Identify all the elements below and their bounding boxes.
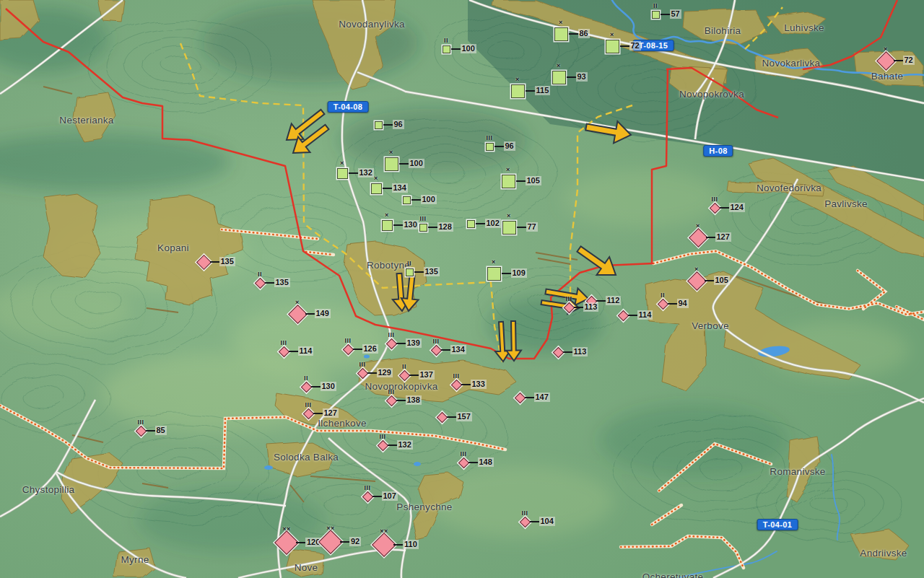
marker-leader-line: [468, 462, 478, 463]
marker-leader-line: [530, 521, 539, 522]
marker-leader-line: [411, 199, 421, 201]
echelon-mark: ×: [385, 212, 389, 219]
enemy-unit-icon: [274, 530, 299, 555]
marker-leader-line: [311, 386, 321, 387]
marker-leader-line: [661, 14, 670, 15]
marker-leader-line: [894, 60, 903, 61]
map-canvas[interactable]: NovodanylivkaBilohiriaLuhivskeNovokarliv…: [0, 0, 924, 578]
marker-leader-line: [409, 375, 419, 376]
friendly-unit-icon: [511, 84, 525, 98]
friendly-unit-icon: [502, 175, 515, 188]
echelon-mark: III: [521, 510, 528, 517]
marker-leader-line: [574, 307, 583, 308]
enemy-unit-icon: [519, 516, 531, 527]
unit-number-label: 57: [670, 9, 681, 19]
enemy-unit-icon: [430, 344, 442, 356]
enemy-unit-icon: [135, 425, 147, 437]
enemy-unit-icon: [436, 411, 448, 423]
enemy-unit-icon: [300, 381, 312, 393]
echelon-mark: III: [453, 373, 459, 380]
unit-number-label: 100: [421, 195, 437, 204]
unit-number-label: 102: [485, 219, 501, 228]
unit-number-label: 130: [403, 220, 419, 229]
enemy-unit-icon: [385, 338, 397, 349]
unit-number-label: 113: [583, 302, 599, 312]
marker-leader-line: [451, 48, 461, 50]
friendly-unit-icon: [554, 27, 568, 41]
unit-number-label: 132: [358, 168, 374, 178]
unit-number-label: 138: [406, 395, 422, 405]
marker-leader-line: [372, 496, 382, 497]
marker-leader-line: [210, 261, 219, 263]
unit-number-label: 105: [526, 176, 541, 185]
unit-number-label: 126: [362, 344, 378, 354]
friendly-unit-icon: [371, 183, 382, 194]
echelon-mark: III: [460, 451, 466, 457]
friendly-unit-icon: [443, 45, 450, 53]
unit-number-label: 113: [572, 347, 588, 356]
marker-leader-line: [517, 227, 526, 228]
echelon-mark: ×: [694, 266, 699, 273]
enemy-unit-icon: [689, 228, 708, 248]
enemy-unit-icon: [342, 343, 354, 355]
echelon-mark: ××: [326, 525, 335, 532]
marker-leader-line: [414, 271, 424, 273]
marker-leader-line: [353, 349, 362, 350]
unit-number-label: 132: [397, 440, 413, 450]
enemy-unit-icon: [514, 392, 526, 403]
unit-number-label: 72: [629, 41, 641, 51]
marker-leader-line: [367, 372, 377, 374]
enemy-unit-icon: [377, 439, 388, 451]
echelon-mark: ×: [506, 167, 510, 173]
friendly-unit-icon: [502, 221, 516, 235]
marker-leader-line: [476, 223, 485, 224]
unit-number-label: 105: [714, 276, 730, 285]
unit-number-label: 139: [406, 338, 422, 348]
echelon-mark: III: [565, 296, 572, 302]
marker-leader-line: [516, 180, 526, 182]
echelon-mark: III: [379, 434, 385, 440]
marker-leader-line: [563, 351, 572, 353]
marker-leader-line: [705, 280, 714, 281]
echelon-mark: ×: [295, 299, 300, 306]
echelon-mark: II: [304, 375, 308, 382]
marker-leader-line: [569, 33, 578, 35]
enemy-unit-icon: [687, 271, 707, 291]
echelon-mark: II: [653, 3, 658, 9]
marker-leader-line: [383, 124, 393, 126]
enemy-unit-icon: [288, 305, 308, 324]
unit-number-label: 135: [424, 267, 440, 276]
unit-number-label: 129: [377, 368, 393, 377]
echelon-mark: III: [419, 216, 426, 222]
unit-number-label: 127: [323, 408, 339, 418]
echelon-mark: II: [407, 260, 411, 267]
enemy-unit-icon: [385, 395, 397, 406]
echelon-mark: II: [258, 271, 262, 278]
enemy-unit-icon: [372, 533, 396, 557]
enemy-unit-icon: [458, 457, 469, 468]
echelon-mark: ××: [282, 526, 291, 533]
marker-leader-line: [399, 163, 409, 165]
enemy-unit-icon: [709, 202, 720, 214]
enemy-unit-icon: [563, 302, 575, 313]
enemy-unit-icon: [450, 379, 462, 390]
marker-leader-line: [596, 300, 606, 302]
unit-number-label: 100: [461, 44, 476, 53]
unit-number-label: 85: [155, 426, 167, 435]
unit-number-label: 92: [349, 537, 361, 546]
unit-number-label: 157: [456, 412, 472, 421]
unit-number-label: 115: [535, 86, 551, 95]
marker-leader-line: [526, 90, 535, 92]
friendly-unit-icon: [403, 196, 411, 204]
unit-number-label: 72: [903, 56, 915, 65]
marker-leader-line: [428, 227, 437, 228]
echelon-mark: II: [661, 292, 665, 299]
marker-leader-line: [393, 224, 403, 226]
unit-number-label: 134: [392, 183, 408, 193]
echelon-mark: ×: [374, 175, 378, 182]
marker-leader-line: [441, 349, 450, 351]
unit-number-label: 127: [715, 232, 731, 242]
echelon-mark: III: [344, 338, 351, 344]
enemy-unit-icon: [617, 310, 629, 321]
marker-leader-line: [340, 541, 349, 543]
